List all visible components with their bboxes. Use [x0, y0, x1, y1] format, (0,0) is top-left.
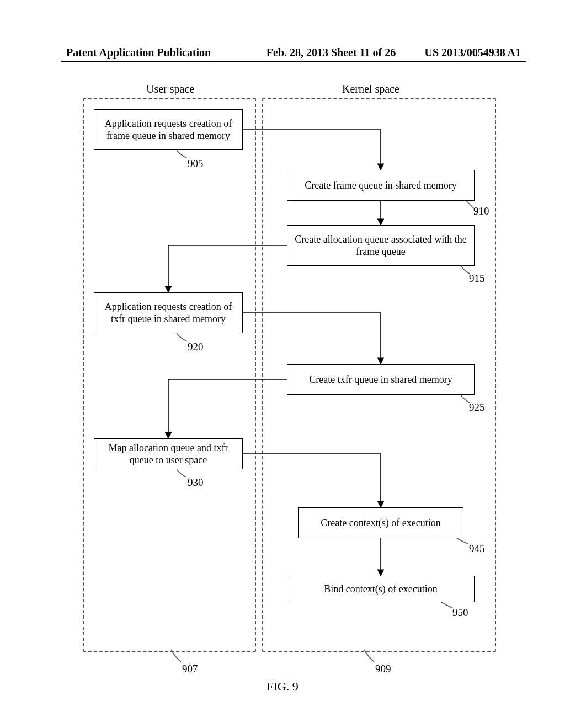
header-left: Patent Application Publication [66, 46, 211, 59]
box-925: Create txfr queue in shared memory [287, 364, 475, 395]
box-930: Map allocation queue and txfr queue to u… [94, 438, 243, 469]
region-user-space [83, 98, 256, 652]
ref-909: 909 [375, 663, 391, 675]
ref-915: 915 [469, 272, 485, 285]
box-950: Bind context(s) of execution [287, 576, 475, 602]
label-user-space: User space [146, 83, 194, 95]
header-date: Feb. 28, 2013 Sheet 11 of 26 [259, 46, 403, 59]
header-right: US 2013/0054938 A1 [425, 46, 521, 59]
ref-907: 907 [182, 663, 198, 675]
label-kernel-space: Kernel space [342, 83, 399, 95]
box-905: Application requests creation of frame q… [94, 109, 243, 150]
header-rule [61, 61, 526, 62]
ref-920: 920 [188, 341, 204, 353]
ref-930: 930 [188, 477, 204, 489]
page: Patent Application Publication Feb. 28, … [0, 0, 565, 728]
box-945: Create context(s) of execution [298, 507, 463, 538]
ref-910: 910 [473, 205, 489, 217]
ref-905: 905 [188, 158, 204, 170]
ref-925: 925 [469, 402, 485, 414]
ref-950: 950 [452, 607, 468, 619]
ref-945: 945 [469, 543, 485, 555]
figure-label: FIG. 9 [0, 679, 565, 694]
box-910: Create frame queue in shared memory [287, 170, 475, 201]
box-920: Application requests creation of txfr qu… [94, 292, 243, 333]
box-915: Create allocation queue associated with … [287, 225, 475, 266]
